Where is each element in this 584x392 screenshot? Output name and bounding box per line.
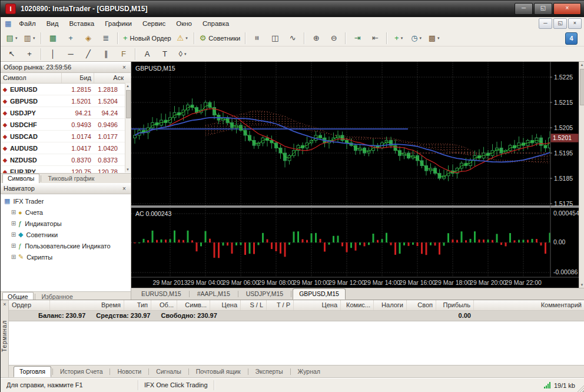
chart-candles-button[interactable]: ◫ bbox=[267, 32, 283, 45]
menu-item-6[interactable]: Справка bbox=[197, 18, 234, 29]
indicators-button[interactable]: +▾ bbox=[390, 32, 407, 45]
fibonacci-button[interactable]: F bbox=[115, 48, 132, 61]
menu-item-3[interactable]: Графики bbox=[99, 18, 137, 29]
terminal-tab-2[interactable]: Новости bbox=[111, 366, 147, 377]
profiles-button[interactable]: ▥▾ bbox=[21, 32, 38, 45]
tree-item-1[interactable]: ⊞ƒИндикаторы bbox=[1, 218, 131, 229]
text-label-button[interactable]: T bbox=[157, 48, 173, 61]
mdi-minimize-button[interactable]: ─ bbox=[539, 18, 552, 29]
terminal-column-8[interactable]: Цена bbox=[294, 300, 341, 310]
periods-button[interactable]: ◷▾ bbox=[408, 32, 424, 45]
terminal-tab-4[interactable]: Почтовый ящик bbox=[190, 366, 247, 377]
vertical-line-button[interactable]: │ bbox=[45, 48, 61, 61]
terminal-column-11[interactable]: Своп bbox=[407, 300, 436, 310]
restore-button[interactable]: ◱ bbox=[534, 3, 552, 15]
expand-icon[interactable]: ⊞ bbox=[10, 220, 17, 227]
market-watch-row[interactable]: ◆EURUSD1.28151.2818 bbox=[1, 84, 131, 95]
terminal-column-3[interactable]: Об... bbox=[151, 300, 177, 310]
terminal-column-5[interactable]: Цена bbox=[210, 300, 241, 310]
data-window-button[interactable]: + bbox=[62, 32, 79, 45]
terminal-column-0[interactable]: Ордер bbox=[9, 300, 50, 310]
terminal-tab-6[interactable]: Журнал bbox=[292, 366, 326, 377]
terminal-column-4[interactable]: Симв... bbox=[177, 300, 210, 310]
column-header-1[interactable]: Бид bbox=[62, 73, 94, 83]
trendline-button[interactable]: ╱ bbox=[80, 48, 97, 61]
terminal-column-2[interactable]: Тип bbox=[124, 300, 151, 310]
new-chart-button[interactable]: ▤▾ bbox=[4, 32, 20, 45]
notification-badge[interactable]: 4 bbox=[565, 32, 578, 45]
zoom-out-button[interactable]: ⊖ bbox=[326, 32, 342, 45]
new-order-button[interactable]: +Новый Ордер bbox=[121, 32, 173, 45]
tree-root[interactable]: ▦IFX Trader bbox=[1, 195, 131, 207]
terminal-column-12[interactable]: Прибыль bbox=[436, 300, 474, 310]
chart-tab-2[interactable]: USDJPY,M15 bbox=[240, 288, 290, 300]
tree-item-4[interactable]: ⊞✎Скрипты bbox=[1, 251, 131, 263]
market-watch-row[interactable]: ◆EURJPY120.75120.78 bbox=[1, 166, 131, 173]
close-button[interactable]: × bbox=[553, 3, 581, 15]
market-watch-button[interactable]: ▦ bbox=[45, 32, 61, 45]
auto-scroll-button[interactable]: ⇥ bbox=[349, 32, 366, 45]
market-watch-scrollbar[interactable]: ▲ ▼ bbox=[125, 83, 131, 172]
chart-scrollbar[interactable]: ▲ ▼ bbox=[579, 62, 584, 288]
expand-icon[interactable]: ⊞ bbox=[10, 209, 17, 215]
market-watch-row[interactable]: ◆USDJPY94.2194.24 bbox=[1, 107, 131, 119]
one-click-trading-button[interactable]: IFX One Click Trading bbox=[138, 380, 214, 390]
arrows-button[interactable]: ◊▾ bbox=[174, 48, 191, 61]
expand-icon[interactable]: ⊞ bbox=[10, 254, 17, 260]
terminal-column-7[interactable]: T / P bbox=[267, 300, 294, 310]
resize-grip[interactable] bbox=[576, 384, 584, 392]
terminal-column-13[interactable]: Комментарий bbox=[474, 300, 584, 310]
expand-icon[interactable]: ⊞ bbox=[10, 242, 17, 249]
terminal-tab-0[interactable]: Торговля bbox=[14, 366, 51, 377]
market-watch-row[interactable]: ◆USDCAD1.01741.0177 bbox=[1, 131, 131, 142]
equidistant-channel-button[interactable]: ∥ bbox=[98, 48, 114, 61]
alerts-button[interactable]: ⚠▾ bbox=[174, 32, 191, 45]
market-watch-close-icon[interactable]: × bbox=[121, 64, 128, 71]
menu-item-5[interactable]: Окно bbox=[171, 18, 197, 29]
market-watch-row[interactable]: ◆AUDUSD1.04171.0420 bbox=[1, 142, 131, 154]
expand-icon[interactable]: ⊞ bbox=[10, 231, 17, 238]
terminal-tab-1[interactable]: История Счета bbox=[54, 366, 109, 377]
zoom-in-button[interactable]: ⊕ bbox=[308, 32, 324, 45]
crosshair-button[interactable]: + bbox=[21, 48, 38, 61]
minimize-button[interactable]: ─ bbox=[515, 3, 533, 15]
menu-item-1[interactable]: Вид bbox=[41, 18, 64, 29]
scrollbar-thumb[interactable] bbox=[580, 69, 584, 105]
tree-item-0[interactable]: ⊞●Счета bbox=[1, 207, 131, 218]
templates-button[interactable]: ▩▾ bbox=[426, 32, 442, 45]
horizontal-line-button[interactable]: ─ bbox=[62, 48, 79, 61]
tree-item-3[interactable]: ⊞ƒПользовательские Индикато bbox=[1, 240, 131, 251]
navigator-close-icon[interactable]: × bbox=[121, 185, 128, 192]
chart-bars-button[interactable]: ≡ bbox=[249, 32, 266, 45]
scrollbar-thumb[interactable] bbox=[126, 90, 131, 118]
scroll-up-icon[interactable]: ▲ bbox=[125, 83, 130, 89]
terminal-tab-5[interactable]: Эксперты bbox=[250, 366, 289, 377]
column-header-2[interactable]: Аск bbox=[94, 73, 126, 83]
chart-tab-0[interactable]: EURUSD,M15 bbox=[135, 288, 188, 300]
menu-item-0[interactable]: Файл bbox=[14, 18, 41, 29]
terminal-tab-3[interactable]: Сигналы bbox=[150, 366, 187, 377]
chart-tab-1[interactable]: #AAPL,M15 bbox=[191, 288, 237, 300]
cursor-button[interactable]: ↖ bbox=[4, 48, 20, 61]
market-watch-tab-0[interactable]: Символы bbox=[2, 174, 39, 184]
mdi-restore-button[interactable]: ◱ bbox=[553, 18, 567, 29]
terminal-column-1[interactable]: Время bbox=[50, 300, 124, 310]
terminal-close-icon[interactable]: × bbox=[1, 301, 8, 308]
terminal-column-9[interactable]: Комис... bbox=[341, 300, 374, 310]
expert-advisors-button[interactable]: ⚙Советники bbox=[198, 32, 242, 45]
scroll-up-icon[interactable]: ▲ bbox=[579, 62, 584, 68]
market-watch-row[interactable]: ◆USDCHF0.94930.9496 bbox=[1, 119, 131, 131]
chart-line-button[interactable]: ∿ bbox=[284, 32, 301, 45]
menu-item-4[interactable]: Сервис bbox=[137, 18, 171, 29]
menu-item-2[interactable]: Вставка bbox=[64, 18, 99, 29]
scroll-down-icon[interactable]: ▼ bbox=[579, 282, 584, 288]
scroll-down-icon[interactable]: ▼ bbox=[125, 167, 130, 172]
chart-window[interactable]: 1.52251.52151.52051.51951.51851.51751.52… bbox=[131, 62, 579, 288]
chart-tab-3[interactable]: GBPUSD,M15 bbox=[293, 288, 346, 300]
navigator-button[interactable]: ◈ bbox=[80, 32, 97, 45]
tree-item-2[interactable]: ⊞◆Советники bbox=[1, 229, 131, 240]
market-watch-tab-1[interactable]: Тиковый график bbox=[42, 174, 99, 184]
text-button[interactable]: A bbox=[139, 48, 155, 61]
terminal-button[interactable]: ≣ bbox=[98, 32, 114, 45]
terminal-column-6[interactable]: S / L bbox=[241, 300, 267, 310]
